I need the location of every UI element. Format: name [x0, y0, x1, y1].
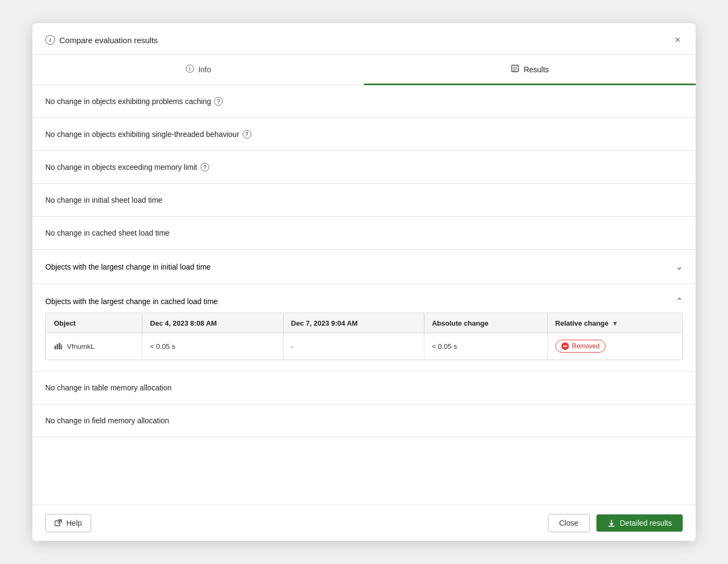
memory-limit-help-icon[interactable]: ? — [201, 163, 209, 171]
compare-dialog: i Compare evaluation results × ⓘ Info Re… — [32, 23, 696, 541]
external-link-icon — [54, 519, 62, 527]
th-object: Object — [46, 314, 142, 333]
section-memory-limit-text: No change in objects exceeding memory li… — [45, 163, 197, 171]
close-action-button[interactable]: Close — [548, 514, 590, 532]
table-wrapper: Object Dec 4, 2023 8:08 AM Dec 7, 2023 9… — [45, 313, 683, 360]
cell-relative: Removed — [547, 333, 682, 360]
section-cached-sheet-load-text: No change in cached sheet load time — [45, 229, 169, 237]
th-col1: Dec 4, 2023 8:08 AM — [142, 314, 283, 333]
help-button[interactable]: Help — [45, 514, 91, 532]
section-largest-initial-load-chevron: ⌄ — [676, 262, 683, 272]
results-tab-icon — [511, 64, 519, 75]
cached-load-table-container: Object Dec 4, 2023 8:08 AM Dec 7, 2023 9… — [32, 313, 696, 372]
section-cached-sheet-load: No change in cached sheet load time — [32, 217, 696, 250]
tab-bar: ⓘ Info Results — [32, 55, 696, 85]
single-threaded-help-icon[interactable]: ? — [243, 130, 251, 139]
results-table: Object Dec 4, 2023 8:08 AM Dec 7, 2023 9… — [46, 313, 682, 360]
svg-rect-5 — [57, 344, 58, 349]
dialog-title-text: Compare evaluation results — [59, 36, 158, 45]
detailed-results-button[interactable]: Detailed results — [596, 514, 683, 532]
cell-col1: < 0.05 s — [142, 333, 283, 360]
tab-results-label: Results — [524, 65, 549, 74]
tab-info-label: Info — [198, 65, 211, 74]
svg-rect-7 — [61, 345, 62, 349]
svg-rect-6 — [59, 343, 60, 349]
section-initial-sheet-load-text: No change in initial sheet load time — [45, 196, 162, 204]
info-tab-icon: ⓘ — [186, 64, 194, 75]
tab-results[interactable]: Results — [364, 55, 696, 85]
section-largest-initial-load-text: Objects with the largest change in initi… — [45, 263, 211, 271]
th-absolute: Absolute change — [424, 314, 547, 333]
cell-absolute: < 0.05 s — [424, 333, 547, 360]
section-table-memory-text: No change in table memory allocation — [45, 383, 171, 392]
dialog-title: i Compare evaluation results — [45, 35, 158, 45]
section-memory-limit: No change in objects exceeding memory li… — [32, 151, 696, 184]
title-info-icon: i — [45, 35, 55, 45]
removed-dot-icon — [561, 342, 569, 350]
removed-label: Removed — [572, 342, 600, 350]
dialog-content: No change in objects exhibiting problems… — [32, 85, 696, 505]
th-relative[interactable]: Relative change ▼ — [547, 314, 682, 333]
removed-badge: Removed — [555, 340, 606, 353]
table-row: VfnumkL < 0.05 s - < 0.05 s Removed — [46, 333, 682, 360]
section-problems-caching-text: No change in objects exhibiting problems… — [45, 97, 211, 106]
table-header-row: Object Dec 4, 2023 8:08 AM Dec 7, 2023 9… — [46, 314, 682, 333]
help-label: Help — [66, 519, 82, 527]
sort-icon: ▼ — [612, 320, 619, 327]
download-icon — [607, 519, 616, 527]
section-largest-cached-load[interactable]: Objects with the largest change in cache… — [32, 284, 696, 313]
section-largest-cached-load-chevron: ⌃ — [676, 296, 683, 306]
tab-info[interactable]: ⓘ Info — [32, 55, 364, 85]
section-field-memory-text: No change in field memory allocation — [45, 416, 169, 425]
section-single-threaded: No change in objects exhibiting single-t… — [32, 118, 696, 151]
cell-object: VfnumkL — [46, 333, 142, 360]
section-table-memory: No change in table memory allocation — [32, 372, 696, 404]
dialog-close-button[interactable]: × — [672, 33, 683, 47]
svg-rect-4 — [54, 346, 56, 349]
section-largest-cached-load-text: Objects with the largest change in cache… — [45, 297, 218, 306]
detailed-results-label: Detailed results — [620, 519, 672, 527]
section-largest-initial-load[interactable]: Objects with the largest change in initi… — [32, 250, 696, 284]
dialog-footer: Help Close Detailed results — [32, 505, 696, 541]
section-initial-sheet-load: No change in initial sheet load time — [32, 184, 696, 217]
dialog-header: i Compare evaluation results × — [32, 23, 696, 55]
footer-actions: Close Detailed results — [548, 514, 683, 532]
th-col2: Dec 7, 2023 9:04 AM — [283, 314, 424, 333]
svg-rect-8 — [55, 521, 60, 526]
cell-col2: - — [283, 333, 424, 360]
object-name: VfnumkL — [67, 342, 94, 350]
bar-chart-icon — [54, 342, 63, 350]
section-single-threaded-text: No change in objects exhibiting single-t… — [45, 130, 239, 139]
problems-caching-help-icon[interactable]: ? — [214, 97, 223, 106]
section-problems-caching: No change in objects exhibiting problems… — [32, 85, 696, 118]
section-field-memory: No change in field memory allocation — [32, 404, 696, 437]
